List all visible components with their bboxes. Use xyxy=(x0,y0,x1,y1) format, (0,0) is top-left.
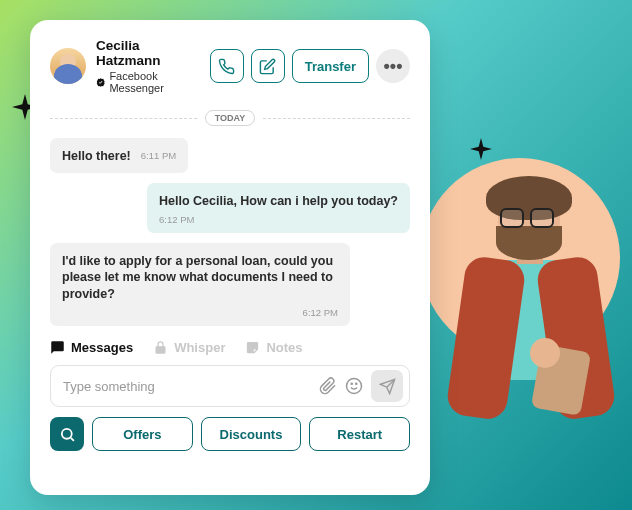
tab-label: Notes xyxy=(266,340,302,355)
message-list: Hello there! 6:11 PM Hello Cecilia, How … xyxy=(50,138,410,326)
message-bubble: Hello there! 6:11 PM xyxy=(50,138,188,173)
contact-source-label: Facebook Messenger xyxy=(109,70,199,94)
message-bubble: Hello Cecilia, How can i help you today?… xyxy=(147,183,410,233)
date-pill: TODAY xyxy=(205,110,256,126)
edit-icon xyxy=(259,58,276,75)
svg-point-3 xyxy=(61,428,71,438)
chat-window: Cecilia Hatzmann Facebook Messenger Tran… xyxy=(30,20,430,495)
tab-notes[interactable]: Notes xyxy=(245,340,302,355)
contact-name: Cecilia Hatzmann xyxy=(96,38,200,68)
restart-button[interactable]: Restart xyxy=(309,417,410,451)
message-bubble: I'd like to apply for a personal loan, c… xyxy=(50,243,350,326)
message-time: 6:11 PM xyxy=(131,150,176,163)
send-button[interactable] xyxy=(371,370,403,402)
contact-source: Facebook Messenger xyxy=(96,70,200,94)
date-divider: TODAY xyxy=(50,110,410,126)
tab-messages[interactable]: Messages xyxy=(50,340,133,355)
message-text: I'd like to apply for a personal loan, c… xyxy=(62,254,333,302)
verified-icon xyxy=(96,77,105,88)
svg-point-0 xyxy=(347,379,362,394)
compose-bar xyxy=(50,365,410,407)
contact-avatar[interactable] xyxy=(50,48,86,84)
search-button[interactable] xyxy=(50,417,84,451)
notes-icon xyxy=(245,340,260,355)
offers-button[interactable]: Offers xyxy=(92,417,193,451)
discounts-button[interactable]: Discounts xyxy=(201,417,302,451)
message-time: 6:12 PM xyxy=(62,307,338,320)
chat-header: Cecilia Hatzmann Facebook Messenger Tran… xyxy=(50,38,410,94)
tab-whisper[interactable]: Whisper xyxy=(153,340,225,355)
svg-point-2 xyxy=(356,383,357,384)
attachment-icon[interactable] xyxy=(319,377,337,395)
compose-input[interactable] xyxy=(63,379,311,394)
message-text: Hello Cecilia, How can i help you today? xyxy=(159,194,398,208)
agent-illustration xyxy=(420,158,620,358)
chat-icon xyxy=(50,340,65,355)
sparkle-icon xyxy=(470,138,492,160)
quick-actions: Offers Discounts Restart xyxy=(50,417,410,451)
transfer-button[interactable]: Transfer xyxy=(292,49,369,83)
emoji-icon[interactable] xyxy=(345,377,363,395)
search-icon xyxy=(59,426,76,443)
tab-label: Whisper xyxy=(174,340,225,355)
phone-icon xyxy=(218,58,235,75)
svg-point-1 xyxy=(351,383,352,384)
call-button[interactable] xyxy=(210,49,244,83)
lock-icon xyxy=(153,340,168,355)
compose-tabs: Messages Whisper Notes xyxy=(50,340,410,355)
message-text: Hello there! xyxy=(62,148,131,165)
tab-label: Messages xyxy=(71,340,133,355)
more-button[interactable]: ••• xyxy=(376,49,410,83)
compose-button[interactable] xyxy=(251,49,285,83)
send-icon xyxy=(379,378,396,395)
message-time: 6:12 PM xyxy=(159,214,398,227)
